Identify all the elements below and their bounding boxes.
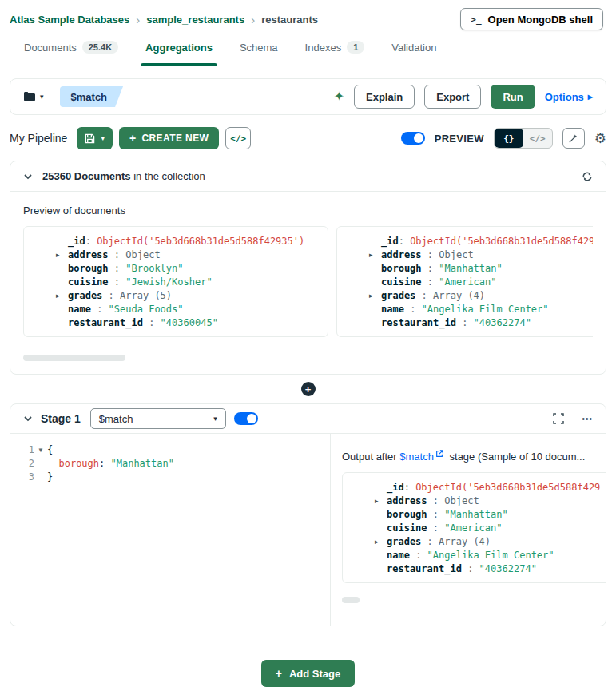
tab-documents[interactable]: Documents 25.4K [24, 38, 118, 66]
document-field-row[interactable]: _id: ObjectId('5eb3d668b31de5d588f4294 [337, 235, 593, 248]
options-toggle[interactable]: Options ▶ [545, 91, 593, 103]
options-label: Options [545, 91, 584, 103]
pipeline-as-text-button[interactable]: </> [225, 127, 251, 149]
refresh-button[interactable] [582, 171, 593, 182]
field-value: Object [125, 248, 160, 262]
expand-caret-icon[interactable] [56, 262, 68, 276]
save-pipeline-button[interactable]: ▾ [77, 127, 113, 149]
expand-caret-icon[interactable] [375, 481, 387, 494]
text-view-segment[interactable]: </> [523, 129, 552, 148]
export-button[interactable]: Export [424, 85, 481, 109]
document-field-row[interactable]: name : "Seuda Foods" [24, 303, 323, 316]
document-field-row[interactable]: borough : "Brooklyn" [24, 262, 323, 276]
document-field-row[interactable]: ▸address : Object [343, 494, 606, 508]
options-arrow-icon: ▶ [588, 93, 593, 101]
chevron-down-icon: ▾ [101, 134, 105, 142]
document-field-row[interactable]: restaurant_id : "40362274" [343, 562, 606, 576]
expand-caret-icon[interactable]: ▸ [375, 535, 387, 549]
document-field-row[interactable]: restaurant_id : "40360045" [24, 316, 323, 330]
terminal-prompt-icon: >_ [471, 14, 481, 25]
expand-caret-icon[interactable]: ▸ [375, 494, 387, 508]
stage-pill-match[interactable]: $match [60, 86, 124, 107]
document-field-row[interactable]: cuisine : "American" [337, 276, 593, 289]
run-button[interactable]: Run [491, 85, 535, 109]
document-field-row[interactable]: cuisine : "Jewish/Kosher" [24, 276, 323, 289]
document-field-row[interactable]: _id: ObjectId('5eb3d668b31de5d588f42935'… [24, 235, 323, 248]
create-new-pipeline-button[interactable]: + CREATE NEW [119, 127, 219, 149]
document-field-row[interactable]: ▸grades : Array (5) [24, 289, 323, 303]
expand-caret-icon[interactable] [369, 303, 381, 316]
pipeline-explain-shortcut-button[interactable] [562, 128, 585, 149]
code-brackets-icon: </> [530, 133, 546, 144]
fullscreen-icon[interactable] [553, 413, 564, 424]
stage-docs-link[interactable]: $match [399, 451, 434, 463]
breadcrumb-link-database-group[interactable]: Atlas Sample Databases [10, 14, 129, 26]
expand-caret-icon[interactable] [375, 549, 387, 562]
expand-caret-icon[interactable] [56, 276, 68, 289]
explain-button[interactable]: Explain [354, 85, 415, 109]
collection-preview-header[interactable]: 25360 Documents in the collection [10, 161, 606, 192]
stage-code-editor[interactable]: 1 ▼ { 2 borough: "Manhattan" 3 } [10, 434, 330, 626]
expand-caret-icon[interactable] [56, 303, 68, 316]
horizontal-scrollbar[interactable] [23, 355, 125, 361]
breadcrumb-link-database[interactable]: sample_restaurants [146, 14, 244, 26]
expand-caret-icon[interactable] [369, 235, 381, 248]
document-field-row[interactable]: ▸address : Object [337, 248, 593, 262]
field-value: "American" [444, 522, 502, 535]
open-mongodb-shell-button[interactable]: >_ Open MongoDB shell [460, 8, 603, 30]
stage-enabled-toggle[interactable] [234, 412, 258, 425]
add-stage-button[interactable]: + Add Stage [261, 660, 355, 687]
field-value: Array (4) [439, 535, 491, 549]
document-field-row[interactable]: ▸grades : Array (4) [343, 535, 606, 549]
field-value: ObjectId('5eb3d668b31de5d588f42935') [97, 235, 304, 248]
document-field-row[interactable]: cuisine : "American" [343, 522, 606, 535]
more-options-icon[interactable]: ••• [582, 415, 593, 423]
document-field-row[interactable]: ▸grades : Array (4) [337, 289, 593, 303]
builder-view-segment[interactable]: {} [495, 129, 523, 148]
add-stage-plus-button[interactable]: + [301, 382, 316, 396]
code-fold-icon[interactable]: ▼ [34, 443, 47, 457]
field-value: Array (5) [120, 289, 172, 303]
tab-schema[interactable]: Schema [240, 38, 278, 66]
expand-caret-icon[interactable] [369, 316, 381, 330]
saved-pipelines-button[interactable]: ▾ [23, 91, 44, 102]
output-horizontal-scrollbar[interactable] [342, 597, 360, 603]
document-field-row[interactable]: restaurant_id : "40362274" [337, 316, 593, 330]
tab-validation[interactable]: Validation [391, 38, 436, 66]
expand-caret-icon[interactable] [375, 508, 387, 522]
tab-label: Schema [240, 42, 278, 54]
expand-caret-icon[interactable] [369, 262, 381, 276]
stage-operator-select[interactable]: $match ▾ [90, 408, 226, 429]
expand-caret-icon[interactable]: ▸ [56, 248, 68, 262]
document-field-row[interactable]: ▸address : Object [24, 248, 323, 262]
tab-indexes[interactable]: Indexes 1 [305, 38, 365, 66]
breadcrumb: Atlas Sample Databases › sample_restaura… [10, 13, 318, 26]
document-field-row[interactable]: name : "Angelika Film Center" [337, 303, 593, 316]
pipeline-bar-right: PREVIEW {} </> ⚙ [401, 128, 606, 149]
document-cards-row[interactable]: _id: ObjectId('5eb3d668b31de5d588f42935'… [23, 226, 593, 337]
expand-caret-icon[interactable] [56, 316, 68, 330]
field-name: grades [68, 289, 102, 303]
settings-gear-icon[interactable]: ⚙ [594, 132, 606, 145]
field-separator: : [415, 289, 433, 303]
folder-icon [23, 91, 36, 102]
expand-caret-icon[interactable] [375, 522, 387, 535]
expand-caret-icon[interactable] [375, 562, 387, 576]
ai-sparkle-icon[interactable]: ✦ [334, 90, 344, 103]
expand-caret-icon[interactable]: ▸ [369, 289, 381, 303]
field-name: cuisine [381, 276, 422, 289]
collection-tabs: Documents 25.4K Aggregations Schema Inde… [0, 38, 616, 66]
document-field-row[interactable]: borough : "Manhattan" [343, 508, 606, 522]
field-separator: : [102, 289, 120, 303]
document-field-row[interactable]: name : "Angelika Film Center" [343, 549, 606, 562]
document-field-row[interactable]: _id: ObjectId('5eb3d668b31de5d588f429 [343, 481, 606, 494]
expand-caret-icon[interactable]: ▸ [56, 289, 68, 303]
preview-toggle[interactable] [401, 132, 425, 145]
expand-caret-icon[interactable] [56, 235, 68, 248]
document-field-row[interactable]: borough : "Manhattan" [337, 262, 593, 276]
field-value: "40362274" [474, 316, 531, 330]
tab-aggregations[interactable]: Aggregations [145, 38, 213, 66]
expand-caret-icon[interactable] [369, 276, 381, 289]
expand-caret-icon[interactable]: ▸ [369, 248, 381, 262]
chevron-down-icon[interactable] [23, 414, 33, 423]
